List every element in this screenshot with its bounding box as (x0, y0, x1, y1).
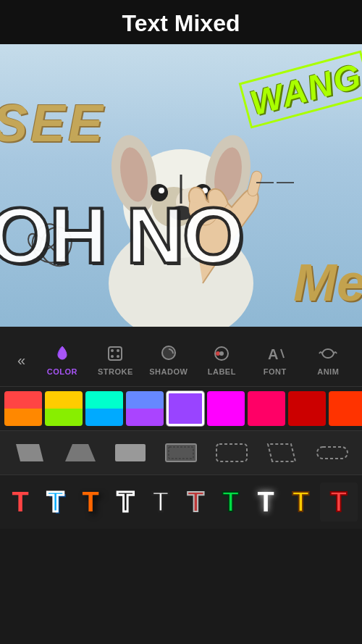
svg-marker-27 (65, 444, 96, 461)
svg-rect-33 (317, 447, 348, 459)
svg-rect-31 (216, 444, 247, 461)
text-style-6[interactable]: T (180, 482, 211, 522)
label-label: LABEL (208, 367, 236, 376)
svg-rect-28 (115, 444, 146, 461)
toolbar-item-font[interactable]: A FONT (248, 340, 301, 380)
text-style-3[interactable]: T (75, 482, 106, 522)
toolbar-item-label[interactable]: LABEL (195, 340, 248, 380)
toolbar-item-anim[interactable]: ANIM (302, 340, 355, 380)
canvas-text-me: Me (293, 253, 362, 312)
text-style-9[interactable]: T (285, 482, 316, 522)
text-style-10[interactable]: T (320, 482, 358, 522)
toolbar-item-color[interactable]: COLOR (35, 340, 88, 380)
color-swatch-5[interactable] (167, 391, 204, 426)
label-icon (211, 343, 232, 364)
svg-point-23 (219, 351, 224, 356)
canvas-text-dash: —— (256, 171, 297, 191)
shape-parallelogram-outline[interactable] (263, 437, 300, 469)
shape-parallelogram[interactable] (11, 437, 49, 469)
anim-icon (317, 343, 339, 364)
toolbar-item-stroke[interactable]: STROKE (89, 340, 142, 380)
shape-row (0, 431, 362, 474)
color-swatch-6[interactable] (207, 391, 245, 426)
anim-label: ANIM (317, 367, 339, 376)
text-style-7[interactable]: T (214, 482, 246, 522)
font-icon: A (264, 343, 286, 364)
color-swatch-2[interactable] (45, 391, 83, 426)
canvas-area: SEE WANG OH NO Me —— (0, 44, 362, 327)
canvas-text-oh-no: OH NO (0, 189, 243, 281)
svg-marker-32 (268, 444, 295, 461)
shape-rectangle[interactable] (111, 437, 149, 469)
font-label: FONT (264, 367, 287, 376)
svg-point-17 (111, 355, 114, 358)
shape-dotted-rect[interactable] (162, 437, 200, 469)
text-style-2[interactable]: T (39, 482, 71, 522)
svg-point-15 (111, 349, 114, 352)
svg-point-18 (117, 355, 119, 358)
canvas-text-see: SEE (0, 93, 106, 153)
svg-line-25 (281, 349, 284, 358)
text-style-row: T T T T T T T T T T (0, 475, 362, 529)
color-swatch-3[interactable] (85, 391, 123, 426)
svg-text:A: A (268, 346, 278, 362)
color-swatch-9[interactable] (329, 391, 362, 426)
stroke-label: STROKE (98, 367, 133, 376)
color-swatch-1[interactable] (4, 391, 42, 426)
shape-rounded-dotted[interactable] (213, 437, 251, 469)
shape-pill[interactable] (313, 437, 351, 469)
svg-marker-26 (16, 444, 43, 461)
color-palette (0, 387, 362, 430)
toolbar-icons-row: « COLOR STROKE (0, 334, 362, 386)
shadow-label: SHADOW (149, 367, 188, 376)
svg-rect-14 (109, 347, 122, 360)
text-style-4[interactable]: T (109, 482, 141, 522)
color-swatch-7[interactable] (248, 391, 285, 426)
back-button[interactable]: « (7, 346, 35, 375)
toolbar: « COLOR STROKE (0, 327, 362, 529)
color-swatch-8[interactable] (288, 391, 326, 426)
shadow-icon (158, 343, 180, 364)
text-style-8[interactable]: T (250, 482, 282, 522)
shape-trapezoid[interactable] (62, 437, 99, 469)
stroke-icon (104, 343, 126, 364)
svg-point-16 (117, 349, 119, 352)
color-label: COLOR (47, 367, 77, 376)
color-swatch-4[interactable] (126, 391, 164, 426)
header: Text Mixed (0, 0, 362, 44)
text-style-1[interactable]: T (4, 482, 36, 522)
toolbar-item-shadow[interactable]: SHADOW (142, 340, 195, 380)
page-title: Text Mixed (122, 10, 240, 36)
color-icon (51, 343, 73, 364)
text-style-5[interactable]: T (145, 482, 177, 522)
